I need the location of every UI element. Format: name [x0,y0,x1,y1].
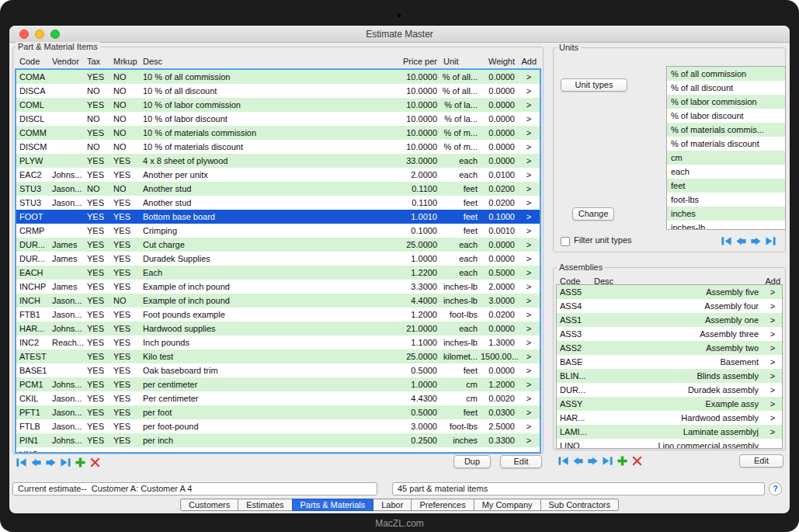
add-part-to-estimate-button[interactable]: > [518,252,540,266]
parts-table-row[interactable]: EAC2Johns...YESYESAnother per unitx2.000… [16,168,540,182]
add-part-to-estimate-button[interactable]: > [518,336,540,349]
assembly-row[interactable]: LAMI...Laminate assemblyj> [557,425,782,439]
add-assembly-to-estimate-button[interactable] [763,439,782,449]
previous-record-icon[interactable] [30,457,42,468]
add-part-to-estimate-button[interactable]: > [518,280,540,294]
add-part-to-estimate-button[interactable]: > [518,224,540,238]
assemblies-table-body[interactable]: ASS5Assembly five>ASS4Assembly four>ASS1… [556,284,783,449]
last-record-icon[interactable] [765,235,776,247]
unit-type-item[interactable]: % of labor commission [667,95,785,109]
parts-table-row[interactable]: INC2Reach...YESYESInch pounds1.1000inche… [16,336,540,349]
unit-type-item[interactable]: % of materials commis... [667,123,785,137]
item-count-field[interactable]: 45 part & material items [392,482,765,495]
assembly-row[interactable]: DUR...Duradek assembly> [557,383,782,397]
add-part-to-estimate-button[interactable]: > [518,349,540,363]
parts-table-row[interactable]: EACHYESYESEach1.2200each0.5000> [16,266,540,280]
tab-estimates[interactable]: Estimates [238,499,292,511]
add-assembly-to-estimate-button[interactable]: > [763,383,782,397]
add-part-to-estimate-button[interactable]: > [518,238,540,252]
parts-table-row[interactable]: FTB1Jason...YESYESFoot pounds example1.2… [16,308,540,322]
unit-types-button[interactable]: Unit types [561,78,627,92]
unit-type-item[interactable]: inches [667,207,785,221]
next-record-icon[interactable] [750,235,762,247]
add-part-to-estimate-button[interactable]: > [518,391,540,405]
add-assembly-to-estimate-button[interactable]: > [763,299,782,313]
assembly-row[interactable]: LINO...Lino commercial assembly [557,439,782,449]
filter-unit-types-checkbox[interactable] [561,237,570,246]
parts-table-row[interactable]: PCM1Johns...YESYESper centimeter1.0000cm… [16,377,540,391]
add-part-to-estimate-button[interactable]: > [518,405,540,419]
parts-table-row[interactable]: INCHPJamesYESYESExample of inch pound3.3… [16,280,540,294]
help-button[interactable]: ? [769,482,782,495]
change-unit-button[interactable]: Change [572,207,614,221]
add-record-icon[interactable] [617,455,628,467]
add-part-to-estimate-button[interactable]: > [518,126,540,140]
next-record-icon[interactable] [587,455,599,467]
add-part-to-estimate-button[interactable]: > [518,294,540,308]
parts-table-row[interactable]: FOOTYESYESBottom base board1.0010feet0.1… [16,210,540,224]
dup-button[interactable]: Dup [453,455,491,468]
parts-table-row[interactable]: DUR...JamesYESYESCut charge25.0000each0.… [16,238,540,252]
add-assembly-to-estimate-button[interactable]: > [763,411,782,425]
assembly-row[interactable]: BASEBasement> [557,355,782,369]
parts-table-row[interactable]: PIN1Johns...YESYESper inch0.2500inches0.… [16,433,540,447]
unit-type-item[interactable]: inches-lb [667,221,785,230]
parts-table-row[interactable]: COMAYESNO10 % of all commission10.0000% … [16,70,540,84]
assembly-row[interactable]: ASS5Assembly five> [557,285,782,299]
tab-customers[interactable]: Customers [180,499,238,511]
add-assembly-to-estimate-button[interactable]: > [763,313,782,327]
tab-labor[interactable]: Labor [373,499,412,511]
parts-table-body[interactable]: COMAYESNO10 % of all commission10.0000% … [15,68,541,454]
parts-table-row[interactable]: STU3Jason...NONOAnother stud0.1100feet0.… [16,182,540,196]
parts-table-row[interactable]: UNO... [16,447,540,454]
add-part-to-estimate-button[interactable] [518,447,540,454]
assembly-row[interactable]: ASS2Assembly two> [557,341,782,355]
first-record-icon[interactable] [558,455,569,467]
add-part-to-estimate-button[interactable]: > [518,112,540,126]
add-part-to-estimate-button[interactable]: > [518,196,540,210]
add-part-to-estimate-button[interactable]: > [518,266,540,280]
unit-type-item[interactable]: cm [667,151,785,165]
unit-type-item[interactable]: each [667,165,785,179]
assembly-row[interactable]: ASS4Assembly four> [557,299,782,313]
add-assembly-to-estimate-button[interactable]: > [763,369,782,383]
previous-record-icon[interactable] [735,235,747,247]
last-record-icon[interactable] [602,455,613,467]
add-part-to-estimate-button[interactable]: > [518,140,540,154]
add-part-to-estimate-button[interactable]: > [518,70,540,84]
parts-table-row[interactable]: DISCLNONO10 % of labor discount10.0000% … [16,112,540,126]
assemblies-edit-button[interactable]: Edit [739,454,783,468]
parts-table-row[interactable]: PLYWYESYES4 x 8 sheet of plywood33.0000e… [16,154,540,168]
add-part-to-estimate-button[interactable]: > [518,98,540,112]
unit-type-item[interactable]: % of labor discount [667,109,785,123]
tab-parts-materials[interactable]: Parts & Materials [292,499,374,511]
assembly-row[interactable]: ASS3Assembly three> [557,327,782,341]
add-part-to-estimate-button[interactable]: > [518,84,540,98]
parts-table-row[interactable]: CKILJason...YESYESPer centimeter4.4300cm… [16,391,540,405]
unit-type-item[interactable]: % of materials discount [667,137,785,151]
add-part-to-estimate-button[interactable]: > [518,210,540,224]
parts-table-row[interactable]: DISCMNONO10 % of materials discount10.00… [16,140,540,154]
unit-types-list[interactable]: % of all commission% of all discount% of… [666,66,786,230]
parts-table-row[interactable]: DUR...JamesYESYESDuradek Supplies1.0000e… [16,252,540,266]
add-assembly-to-estimate-button[interactable]: > [763,397,782,411]
unit-type-item[interactable]: % of all discount [667,81,785,95]
parts-table-row[interactable]: COMLYESNO10 % of labor commission10.0000… [16,98,540,112]
add-assembly-to-estimate-button[interactable]: > [763,327,782,341]
parts-table-row[interactable]: DISCANONO10 % of all discount10.0000% of… [16,84,540,98]
add-assembly-to-estimate-button[interactable]: > [763,355,782,369]
unit-type-item[interactable]: % of all commission [667,67,785,81]
parts-table-row[interactable]: BASE1YESYESOak baseboard trim0.5000feet0… [16,363,540,377]
add-part-to-estimate-button[interactable]: > [518,363,540,377]
add-part-to-estimate-button[interactable]: > [518,168,540,182]
tab-preferences[interactable]: Preferences [411,499,474,511]
add-record-icon[interactable] [75,457,86,468]
parts-table-row[interactable]: PFT1Jason...YESYESper foot0.5000feet0.03… [16,405,540,419]
add-part-to-estimate-button[interactable]: > [518,154,540,168]
next-record-icon[interactable] [45,457,57,468]
parts-table-row[interactable]: FTLBJason...YESYESper foot-pound3.0000fo… [16,419,540,433]
add-part-to-estimate-button[interactable]: > [518,182,540,196]
assembly-row[interactable]: HAR...Hardwood assembly> [557,411,782,425]
first-record-icon[interactable] [721,235,732,247]
parts-table-row[interactable]: CRMPYESYESCrimping0.1000feet0.0010> [16,224,540,238]
